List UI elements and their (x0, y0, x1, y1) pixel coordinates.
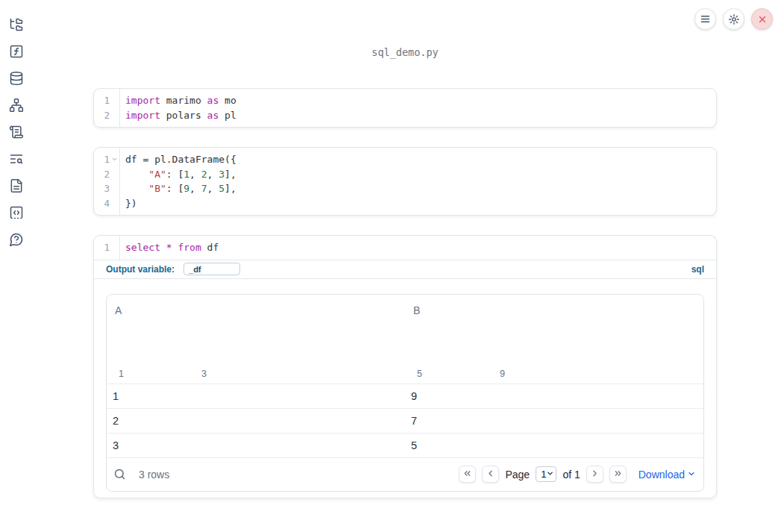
line-number: 2 (104, 108, 110, 123)
column-name: A (115, 304, 405, 316)
code-lines: select * from df (119, 236, 716, 260)
chevron-right-icon (590, 469, 600, 481)
histogram-bars (417, 327, 505, 365)
fold-chevron-icon[interactable] (110, 152, 119, 167)
page-label: Page (505, 469, 530, 481)
sidebar-item-file-tree[interactable] (9, 17, 24, 32)
table-cell: 7 (405, 415, 703, 427)
code-line: "B": [9, 7, 5], (125, 181, 716, 196)
table-footer: 3 rows Page 1 of 1 Download (107, 457, 703, 491)
next-page-button[interactable] (586, 466, 603, 483)
row-count: 3 rows (139, 469, 169, 481)
pagination: Page 1 of 1 Download (459, 466, 696, 483)
sidebar-item-help[interactable] (9, 232, 24, 247)
code-line: import polars as pl (125, 108, 716, 123)
database-icon (9, 71, 24, 86)
network-icon (9, 98, 24, 113)
download-button[interactable]: Download (639, 469, 696, 481)
page-select-value: 1 (541, 469, 546, 480)
function-square-icon (9, 44, 24, 59)
line-number-gutter: 1 (94, 236, 119, 260)
histogram-axis-labels: 13 (119, 369, 207, 379)
text-search-icon (9, 151, 24, 166)
gutter-line: 1 (94, 152, 119, 167)
sidebar-item-dependencies[interactable] (9, 98, 24, 113)
chevrons-left-icon (462, 469, 472, 481)
sidebar (0, 0, 33, 247)
code-cell-imports[interactable]: 12 import marimo as moimport polars as p… (93, 88, 717, 128)
last-page-button[interactable] (609, 466, 627, 483)
fold-spacer (110, 108, 119, 123)
gutter-line: 3 (94, 181, 119, 196)
scroll-icon (9, 125, 24, 140)
download-label: Download (639, 469, 685, 481)
line-number: 1 (104, 152, 110, 167)
page-select[interactable]: 1 (536, 466, 556, 482)
table-body: 192735 (107, 384, 703, 457)
file-text-icon (9, 178, 24, 193)
file-tree-icon (9, 17, 24, 32)
fold-spacer (110, 196, 119, 211)
prev-page-button[interactable] (482, 466, 499, 483)
close-icon (757, 14, 768, 25)
chevrons-right-icon (613, 469, 623, 481)
sidebar-item-snippets[interactable] (9, 205, 24, 220)
search-icon[interactable] (113, 468, 126, 481)
column-name: B (413, 304, 703, 316)
close-button[interactable] (751, 8, 773, 30)
table-cell: 2 (107, 415, 405, 427)
table-column-header[interactable]: A13 (107, 295, 405, 384)
code-lines: df = pl.DataFrame({ "A": [1, 2, 3], "B":… (119, 148, 716, 215)
code-editor[interactable]: 1234 df = pl.DataFrame({ "A": [1, 2, 3],… (94, 148, 716, 215)
first-page-button[interactable] (459, 466, 476, 483)
code-line: "A": [1, 2, 3], (125, 167, 716, 182)
table-row[interactable]: 27 (107, 408, 703, 433)
table-cell: 5 (405, 439, 703, 451)
sidebar-item-documentation[interactable] (9, 178, 24, 193)
histogram-bars (119, 327, 207, 365)
code-line: df = pl.DataFrame({ (125, 152, 716, 167)
sidebar-item-functions[interactable] (9, 44, 24, 59)
sql-cell[interactable]: 1 select * from df Output variable: sql … (93, 235, 717, 498)
histogram-axis-labels: 59 (417, 369, 505, 379)
table-column-header[interactable]: B59 (405, 295, 703, 384)
table-row[interactable]: 35 (107, 433, 703, 457)
table-cell: 3 (107, 439, 405, 451)
table-header-row: A13B59 (107, 295, 703, 384)
gutter-line: 1 (94, 93, 119, 108)
line-number: 4 (104, 196, 110, 211)
gutter-line: 1 (94, 240, 119, 255)
sql-options-row: Output variable: sql (94, 260, 716, 278)
sidebar-item-scratchpad[interactable] (9, 125, 24, 140)
help-bubble-icon (9, 232, 24, 247)
fold-spacer (110, 181, 119, 196)
settings-button[interactable] (723, 8, 744, 30)
cell-output: A13B59 192735 3 rows Page 1 of 1 (94, 278, 716, 498)
page-total-label: of 1 (562, 469, 580, 481)
code-box-icon (9, 205, 24, 220)
sql-editor[interactable]: 1 select * from df (94, 236, 716, 260)
chevron-down-icon (546, 469, 554, 480)
column-histogram[interactable]: 13 (119, 327, 207, 379)
sidebar-item-search[interactable] (9, 151, 24, 166)
column-histogram[interactable]: 59 (417, 327, 505, 379)
output-variable-label: Output variable: (106, 264, 175, 275)
sidebar-item-datasources[interactable] (9, 71, 24, 86)
axis-min-label: 1 (119, 369, 124, 379)
notebook-filename: sql_demo.py (93, 46, 717, 58)
dataframe-table: A13B59 192735 3 rows Page 1 of 1 (106, 294, 704, 492)
line-number: 3 (104, 181, 110, 196)
fold-spacer (110, 240, 119, 255)
gutter-line: 2 (94, 108, 119, 123)
code-cell-dataframe[interactable]: 1234 df = pl.DataFrame({ "A": [1, 2, 3],… (93, 147, 717, 216)
code-lines: import marimo as moimport polars as pl (119, 89, 716, 127)
line-number: 1 (104, 93, 110, 108)
code-editor[interactable]: 12 import marimo as moimport polars as p… (94, 89, 716, 127)
axis-min-label: 5 (417, 369, 422, 379)
output-variable-input[interactable] (183, 263, 240, 275)
gutter-line: 4 (94, 196, 119, 211)
notebook: sql_demo.py 12 import marimo as moimport… (93, 0, 717, 498)
line-number: 2 (104, 167, 110, 182)
table-row[interactable]: 19 (107, 384, 703, 408)
table-cell: 9 (405, 390, 703, 402)
